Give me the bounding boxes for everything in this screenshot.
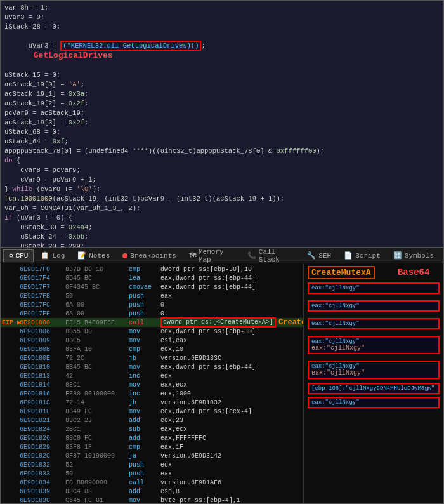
disasm-row[interactable]: 6E9D1814 88C1 mov eax,ecx [1,380,303,389]
tab-log[interactable]: 📋 Log [35,249,70,262]
disassembly-list[interactable]: 6E9D17F0 837D D0 10 cmp dword ptr ss:[eb… [1,263,304,503]
disasm-row[interactable]: 6E9D1810 8B45 BC mov eax,dword ptr ss:[e… [1,362,303,371]
disasm-row[interactable]: 6E9D180B 83FA 10 cmp edx,10 [1,345,303,354]
disasm-row[interactable]: 6E9D1833 50 push eax [1,469,303,478]
address: 6E9D1833 [20,470,65,477]
register-box-3: eax:"cjllNxgy" [308,318,440,329]
operands: version.6E9D1832 [160,399,302,406]
address: 6E9D1800 [20,319,65,326]
registers-panel: CreateMutexA Base64 eax:"cjllNxgy" eax:"… [304,263,443,503]
operands: edx,23 [160,417,302,424]
address: 6E9D17F4 [20,275,65,282]
code-line: var_8h = CONCAT31(var_8h_1_3_, 2); [4,204,440,213]
disasm-row[interactable]: 6E9D1816 FF80 00100000 inc ecx,1000 [1,389,303,398]
address: 6E9D181C [20,399,65,406]
operands: 0 [160,310,302,317]
mnemonic: inc [129,373,160,380]
code-line: pcVar9 = acStack_19; [4,109,440,118]
tab-seh-label: SEH [318,252,331,260]
cpu-icon: ⚙ [9,251,13,260]
operands: ecx,dword ptr ss:[ecx-4] [160,408,302,415]
disasm-row[interactable]: 6E9D1832 52 push edx [1,460,303,469]
mnemonic: mov [129,364,160,371]
code-line: uStack_15 = 0; [4,70,440,80]
disasm-row[interactable]: 6E9D17FC 6A 00 push 0 [1,300,303,309]
bytes: 83FA 10 [65,346,129,353]
disasm-row[interactable]: 6E9D1829 83F8 1F cmp eax,1F [1,442,303,451]
disasm-row[interactable]: 6E9D1834 E8 BD890000 call version.6E9D1A… [1,478,303,487]
reg-label-3: eax:"cjllNxgy" [311,321,436,327]
address: 6E9D180E [20,355,65,362]
mnemonic: mov [129,497,160,504]
mnemonic: add [129,417,160,424]
register-box-final: eax:"cjllNxgy" [308,397,440,408]
bytes: 6A 00 [65,302,129,308]
disasm-row[interactable]: 6E9D1809 8BE5 mov esi,eax [1,336,303,345]
code-view[interactable]: var_8h = 1; uVar3 = 0; iStack_28 = 0; uV… [1,1,443,247]
operands: ecx,1000 [160,390,302,397]
operands: version.6E9D1AF6 [160,479,302,486]
bytes: 8B45 BC [65,364,129,371]
tab-notes[interactable]: 📝 Notes [72,249,115,262]
disasm-row[interactable]: 6E9D181C 72 14 jb version.6E9D1832 [1,398,303,407]
operands: eax,FFFFFFFC [160,435,302,442]
tab-breakpoints[interactable]: Breakpoints [117,249,182,262]
bytes: 42 [65,373,129,380]
disasm-row[interactable]: 6E9D17F4 8D45 BC lea eax,dword ptr ss:[e… [1,274,303,282]
eip-disasm-row[interactable]: EIP ▶ 6E9D1800 FF15 B4E09F6E call dword … [1,318,303,327]
disasm-row[interactable]: 6E9D1813 42 inc edx [1,371,303,380]
mnemonic: cmp [129,444,160,451]
operands: byte ptr ss:[ebp-4],1 [160,497,302,504]
eip-marker: EIP ▶ [2,319,20,326]
reg-label-4: eax:"cjllNxgy" [311,338,436,345]
disasm-row[interactable]: 6E9D17F0 837D D0 10 cmp dword ptr ss:[eb… [1,265,303,274]
register-box-5: eax:"cjllNxgy" eax:"cjllNxgy" [308,361,440,379]
mnemonic: cmovae [129,284,160,291]
disasm-row[interactable]: 6E9D1806 8B55 D0 mov edx,dword ptr ss:[e… [1,327,303,336]
tab-seh[interactable]: 🔧 SEH [301,249,337,262]
notes-icon: 📝 [77,251,86,260]
tab-memory-map[interactable]: 🗺 Memory Map [183,249,240,262]
bytes: 8D45 BC [65,275,129,282]
disasm-row[interactable]: 6E9D183C C645 FC 01 mov byte ptr ss:[ebp… [1,496,303,503]
code-line: var_8h = 1; [4,3,440,13]
mnemonic: cmp [129,266,160,273]
address: 6E9D181E [20,408,65,415]
disasm-row[interactable]: 6E9D17FE 6A 00 push 0 [1,309,303,318]
operands: eax [160,293,302,300]
createmutex-label: CreateMutexA [308,266,375,279]
disasm-row[interactable]: 6E9D1839 83C4 08 add esp,8 [1,487,303,496]
disasm-row[interactable]: 6E9D1826 83C0 FC add eax,FFFFFFFC [1,434,303,442]
reg-label-final: eax:"cjllNxgy" [311,399,436,406]
reg-value-5: eax:"cjllNxgy" [311,369,436,376]
address: 6E9D1810 [20,364,65,371]
tab-symbols[interactable]: 🔠 Symbols [388,249,440,262]
breakpoints-dot [122,253,127,258]
tab-script[interactable]: 📄 Script [338,249,386,262]
disasm-row[interactable]: 6E9D180E 72 2C jb version.6E9D183C [1,354,303,362]
disasm-row[interactable]: 6E9D1824 2BC1 sub eax,ecx [1,425,303,434]
tab-memory-map-label: Memory Map [199,248,235,263]
code-line: fcn.10001000(acStack_19, (int32_t)pcVar9… [4,194,440,204]
operands: eax,ecx [160,381,302,388]
bytes: 8B55 D0 [65,328,129,335]
disasm-row[interactable]: 6E9D17FB 50 push eax [1,291,303,300]
address: 6E9D1816 [20,390,65,397]
disasm-row[interactable]: 6E9D17F7 0F4345 BC cmovae eax,dword ptr … [1,282,303,291]
operands: 0 [160,302,302,308]
disasm-row[interactable]: 6E9D182C 0F87 10190000 ja version.6E9D31… [1,451,303,460]
bytes: FF80 00100000 [65,390,129,397]
tab-call-stack[interactable]: 📞 Call Stack [242,249,301,262]
code-line: uStack_24 = 0xbb; [4,232,440,242]
api-label-getlogicaldrives: GetLogicalDrives [34,51,113,60]
mnemonic: mov [129,328,160,335]
address: 6E9D1809 [20,337,65,344]
disasm-row[interactable]: 6E9D181E 8B49 FC mov ecx,dword ptr ss:[e… [1,407,303,416]
mnemonic: sub [129,426,160,433]
disasm-row[interactable]: 6E9D1821 83C2 23 add edx,23 [1,416,303,425]
tab-symbols-label: Symbols [405,252,434,260]
bytes: C645 FC 01 [65,497,129,504]
tab-cpu-label: CPU [16,252,29,260]
bytes: 52 [65,461,129,468]
tab-cpu[interactable]: ⚙ CPU [3,249,34,262]
